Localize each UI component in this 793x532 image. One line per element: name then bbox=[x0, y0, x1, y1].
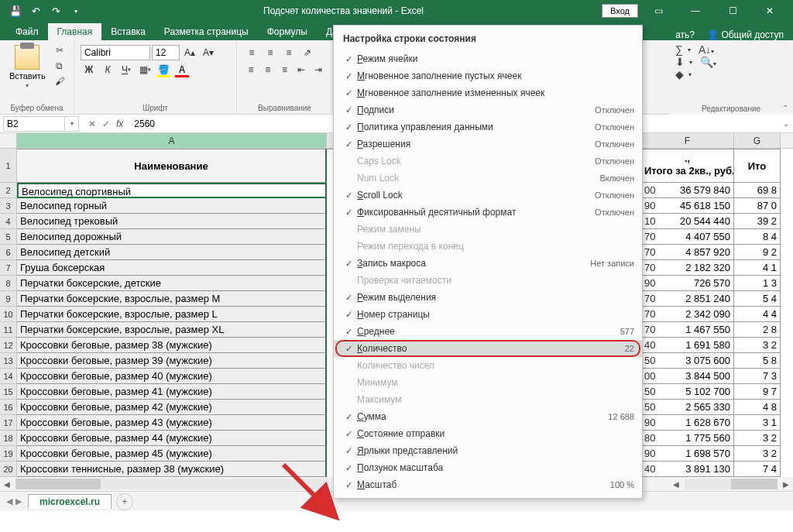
undo-icon[interactable]: ↶ bbox=[26, 2, 45, 20]
row-header[interactable]: 20 bbox=[0, 462, 17, 477]
cell[interactable]: 505 102 700 bbox=[641, 384, 734, 400]
align-center-icon[interactable]: ≡ bbox=[260, 62, 276, 77]
row-header[interactable]: 8 bbox=[0, 276, 17, 291]
row-header[interactable]: 1 bbox=[0, 149, 17, 183]
context-menu-item[interactable]: Caps LockОтключен bbox=[334, 153, 642, 170]
cell[interactable]: Перчатки боксерские, взрослые, размер L bbox=[17, 307, 327, 322]
cell[interactable]: 3 2 bbox=[734, 338, 781, 353]
context-menu-item[interactable]: ✓Политика управления даннымиОтключен bbox=[334, 118, 642, 136]
cell[interactable]: Перчатки боксерские, взрослые, размер XL bbox=[17, 322, 327, 338]
font-name-select[interactable] bbox=[81, 45, 150, 60]
cell[interactable]: 7 4 bbox=[734, 462, 781, 477]
paste-button[interactable]: Вставить ▾ bbox=[6, 43, 49, 91]
context-menu-item[interactable]: ✓Состояние отправки bbox=[334, 425, 642, 442]
cell[interactable]: Груша боксерская bbox=[17, 260, 327, 276]
row-header[interactable]: 14 bbox=[0, 369, 17, 384]
cell[interactable]: 003 844 500 bbox=[641, 369, 734, 384]
row-header[interactable]: 9 bbox=[0, 291, 17, 307]
decrease-font-icon[interactable]: A▾ bbox=[200, 45, 217, 60]
maximize-icon[interactable]: ☐ bbox=[716, 0, 750, 22]
align-top-icon[interactable]: ≡ bbox=[243, 45, 260, 60]
row-header[interactable]: 12 bbox=[0, 338, 17, 353]
sort-filter-icon[interactable]: A↓▾ bbox=[699, 43, 714, 56]
context-menu-item[interactable]: ✓Количество22 bbox=[334, 340, 642, 357]
collapse-ribbon-icon[interactable]: ⌃ bbox=[782, 104, 788, 112]
context-menu-item[interactable]: ✓Масштаб100 % bbox=[334, 476, 642, 493]
decrease-indent-icon[interactable]: ⇤ bbox=[294, 62, 309, 77]
align-middle-icon[interactable]: ≡ bbox=[262, 45, 279, 60]
cell[interactable]: 0036 579 840 bbox=[641, 183, 734, 198]
scroll-left-icon[interactable]: ◀ bbox=[0, 480, 14, 489]
format-painter-icon[interactable]: 🖌 bbox=[52, 74, 67, 88]
column-header-f[interactable]: F bbox=[641, 133, 734, 148]
tab-page-layout[interactable]: Разметка страницы bbox=[155, 23, 258, 40]
cell[interactable]: 503 075 600 bbox=[641, 353, 734, 369]
cell[interactable]: 7 3 bbox=[734, 369, 781, 384]
cell[interactable]: Кроссовки беговые, размер 45 (мужские) bbox=[17, 446, 327, 462]
cell[interactable]: Велосипед детский bbox=[17, 245, 327, 260]
cell[interactable]: 403 891 130 bbox=[641, 462, 734, 477]
cell[interactable]: 502 565 330 bbox=[641, 400, 734, 415]
header-cell-f[interactable]: .,Итого за 2кв., руб. bbox=[641, 149, 734, 183]
cell[interactable]: Кроссовки беговые, размер 40 (мужские) bbox=[17, 369, 327, 384]
context-menu-item[interactable]: ✓Среднее577 bbox=[334, 323, 642, 340]
redo-icon[interactable]: ↷ bbox=[46, 2, 65, 20]
cell[interactable]: 5 8 bbox=[734, 353, 781, 369]
increase-font-icon[interactable]: A▴ bbox=[181, 45, 198, 60]
cell[interactable]: 704 857 920 bbox=[641, 245, 734, 260]
confirm-formula-icon[interactable]: ✓ bbox=[102, 118, 110, 129]
row-header[interactable]: 7 bbox=[0, 260, 17, 276]
cell[interactable]: Кроссовки беговые, размер 38 (мужские) bbox=[17, 338, 327, 353]
font-size-select[interactable] bbox=[152, 45, 180, 60]
row-header[interactable]: 13 bbox=[0, 353, 17, 369]
align-bottom-icon[interactable]: ≡ bbox=[280, 45, 297, 60]
context-menu-item[interactable]: ✓ПодписиОтключен bbox=[334, 101, 642, 118]
name-box[interactable]: B2 bbox=[3, 116, 65, 132]
cell[interactable]: 87 0 bbox=[734, 198, 781, 214]
cell[interactable]: 8 4 bbox=[734, 229, 781, 245]
row-header[interactable]: 15 bbox=[0, 384, 17, 400]
cell[interactable]: 5 4 bbox=[734, 291, 781, 307]
column-header-a[interactable]: A bbox=[17, 133, 327, 148]
ribbon-display-icon[interactable]: ▭ bbox=[641, 0, 675, 22]
formula-bar-expand-icon[interactable]: ⌄ bbox=[779, 119, 793, 128]
cell[interactable]: 4 8 bbox=[734, 400, 781, 415]
cell[interactable]: 3 1 bbox=[734, 415, 781, 431]
sheet-tab[interactable]: microexcel.ru bbox=[28, 494, 112, 509]
cell[interactable]: 4 4 bbox=[734, 307, 781, 322]
cell[interactable]: Перчатки боксерские, детские bbox=[17, 276, 327, 291]
row-header[interactable]: 16 bbox=[0, 400, 17, 415]
cell[interactable]: Кроссовки беговые, размер 43 (мужские) bbox=[17, 415, 327, 431]
cell[interactable]: 801 775 560 bbox=[641, 431, 734, 446]
cell[interactable]: 39 2 bbox=[734, 214, 781, 229]
cell[interactable]: 3 2 bbox=[734, 446, 781, 462]
name-box-dropdown-icon[interactable]: ▾ bbox=[65, 116, 79, 132]
context-menu-item[interactable]: Num LockВключен bbox=[334, 170, 642, 187]
borders-icon[interactable]: ▦▾ bbox=[136, 62, 153, 77]
find-select-icon[interactable]: 🔍▾ bbox=[700, 56, 716, 68]
row-header[interactable]: 17 bbox=[0, 415, 17, 431]
cell[interactable]: 704 407 550 bbox=[641, 229, 734, 245]
column-header-g[interactable]: G bbox=[734, 133, 781, 148]
cell[interactable]: 90726 570 bbox=[641, 276, 734, 291]
align-left-icon[interactable]: ≡ bbox=[243, 62, 259, 77]
scroll-right2-icon[interactable]: ▶ bbox=[779, 480, 793, 489]
context-menu-item[interactable]: ✓Мгновенное заполнение пустых ячеек bbox=[334, 67, 642, 84]
cell[interactable]: 901 628 670 bbox=[641, 415, 734, 431]
cell[interactable]: Велосипед дорожный bbox=[17, 229, 327, 245]
row-header[interactable]: 3 bbox=[0, 198, 17, 214]
sheet-nav-next-icon[interactable]: ▶ bbox=[15, 496, 22, 506]
tab-insert[interactable]: Вставка bbox=[101, 23, 155, 40]
header-cell-a[interactable]: Наименование bbox=[17, 149, 327, 183]
context-menu-item[interactable]: Режим замены bbox=[334, 221, 642, 238]
cell[interactable]: 9 2 bbox=[734, 245, 781, 260]
row-header[interactable]: 4 bbox=[0, 214, 17, 229]
row-header[interactable]: 19 bbox=[0, 446, 17, 462]
context-menu-item[interactable]: ✓Фиксированный десятичный форматОтключен bbox=[334, 204, 642, 221]
context-menu-item[interactable]: ✓Ползунок масштаба bbox=[334, 459, 642, 476]
cell[interactable]: Велосипед спортивный bbox=[17, 183, 327, 198]
header-cell-g[interactable]: Ито bbox=[734, 149, 781, 183]
clear-icon[interactable]: ◆ bbox=[675, 68, 684, 81]
context-menu-item[interactable]: ✓Сумма12 688 bbox=[334, 408, 642, 425]
scroll-thumb-left[interactable] bbox=[15, 479, 101, 489]
